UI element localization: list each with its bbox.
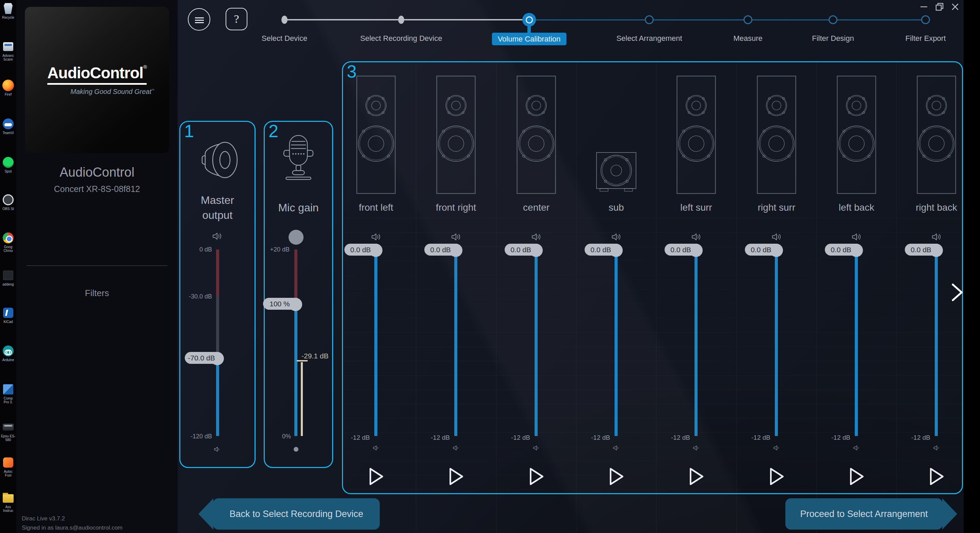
channel-fader-track[interactable] [535,250,538,436]
play-test-tone-button[interactable] [769,467,785,486]
master-track-blue[interactable] [216,358,219,436]
step-label-filter-export[interactable]: Filter Export [868,34,964,43]
window-restore-button[interactable] [934,2,945,12]
channel-fader-handle[interactable]: 0.0 dB [585,244,622,256]
channel-fader-handle[interactable]: 0.0 dB [665,244,702,256]
play-test-tone-button[interactable] [849,467,865,486]
step-circle-volume-calibration[interactable] [522,13,536,27]
play-test-tone-button[interactable] [688,467,705,486]
desktop-icon-composer[interactable]: Comp Pro 3. [1,383,16,404]
tower-speaker-icon [917,76,956,194]
stepper-line-todo [535,19,926,21]
help-button[interactable]: ? [226,8,247,30]
speaker-quiet-icon[interactable] [213,446,221,453]
speaker-loud-icon[interactable] [451,233,462,241]
master-track-red[interactable] [216,250,219,296]
play-test-tone-button[interactable] [448,467,465,486]
channel-fader-handle[interactable]: 0.0 dB [344,244,382,256]
mic-track-blue[interactable] [294,304,298,436]
step-circle-measure[interactable] [743,15,752,24]
play-test-tone-button[interactable] [368,467,385,486]
desktop-icon-arduino[interactable]: Arduine [1,344,16,362]
window-minimize-button[interactable] [919,2,929,12]
speaker-loud-icon[interactable] [611,233,622,241]
step-label-select-arrangement[interactable]: Select Arrangement [592,34,707,43]
desktop-icon-scanner[interactable]: Advanc Scann [1,40,16,61]
step-circle-filter-export[interactable] [921,15,930,24]
channel-left-surr: left surr 0.0 dB -12 dB [656,61,737,494]
speaker-quiet-icon[interactable] [452,444,460,451]
desktop-icon-folder[interactable]: Ass Instruc [1,492,16,512]
subwoofer-speaker-icon [596,152,637,195]
channel-scale-min: -12 dB [337,434,370,441]
step-dot-select-device[interactable] [282,16,288,24]
channel-fader-track[interactable] [374,250,377,436]
desktop-icon-fusion[interactable]: Autoc Fusi [1,456,16,477]
mic-gain-handle[interactable]: 100 % [263,298,301,310]
tower-speaker-icon [676,76,716,194]
screen: Recycle Advanc Scann Firef TeamVi Spot O… [0,0,980,533]
channel-fader-track[interactable] [614,250,617,436]
channel-fader-track[interactable] [775,250,778,436]
speaker-loud-icon[interactable] [371,233,382,241]
desktop-icon-teamviewer[interactable]: TeamVi [1,118,16,135]
mic-track-red[interactable] [294,250,298,304]
channel-fader-handle[interactable]: 0.0 dB [905,244,942,256]
desktop-icon-epson[interactable]: Epsu ES-580 [1,421,16,442]
desktop-icon-kicad[interactable]: KiCad [1,306,16,324]
speaker-quiet-icon[interactable] [533,444,541,451]
speaker-loud-icon[interactable] [772,233,782,241]
window-close-button[interactable] [950,2,960,12]
master-volume-handle[interactable]: -70.0 dB [185,352,223,364]
desktop-icon-spotify[interactable]: Spot [1,156,16,173]
speaker-quiet-icon[interactable] [853,444,861,451]
master-track-gray[interactable] [216,296,219,358]
channel-front-left: front left 0.0 dB -12 dB [336,61,416,494]
channel-scale-min: -12 dB [498,434,530,441]
speaker-quiet-icon[interactable] [933,444,941,451]
brand-logo-card: AudioControl® Making Good Sound Great™ [25,7,169,153]
channel-fader-handle[interactable]: 0.0 dB [424,244,461,256]
desktop-icon-chrome[interactable]: Goog Chrou [1,231,16,253]
channel-fader-track[interactable] [695,250,698,436]
desktop-icon-firefox[interactable]: Firef [1,79,16,96]
channel-name: front right [416,202,496,213]
speaker-quiet-icon[interactable] [372,444,380,451]
mic-scale-plus20: +20 dB [252,246,290,253]
play-test-tone-button[interactable] [528,467,545,486]
speaker-loud-icon[interactable] [531,233,542,241]
speaker-quiet-icon[interactable] [773,444,781,451]
play-test-tone-button[interactable] [608,467,625,486]
speaker-quiet-icon[interactable] [612,444,620,451]
channel-fader-track[interactable] [454,250,457,436]
speaker-loud-icon[interactable] [212,232,223,240]
hamburger-icon [195,18,204,18]
back-button[interactable]: Back to Select Recording Device [213,498,380,530]
step-dot-select-recording-device[interactable] [398,16,404,24]
channel-fader-track[interactable] [935,250,938,436]
mic-gain-title: Mic gain [264,200,333,215]
app-version: Dirac Live v3.7.2 [22,514,123,523]
channel-fader-handle[interactable]: 0.0 dB [825,244,862,256]
channel-fader-track[interactable] [855,250,858,436]
hamburger-menu-button[interactable] [188,8,210,31]
step-circle-filter-design[interactable] [829,15,837,24]
speaker-quiet-icon[interactable] [692,444,701,451]
step-circle-select-arrangement[interactable] [645,15,654,24]
step-label-select-device[interactable]: Select Device [227,34,342,43]
channel-fader-handle[interactable]: 0.0 dB [745,244,782,256]
desktop-icon-obs[interactable]: OBS St [1,193,16,211]
proceed-button[interactable]: Proceed to Select Arrangement [785,498,943,530]
desktop-icon-addeng[interactable]: addeng [1,269,16,286]
step-label-volume-calibration[interactable]: Volume Calibration [492,33,566,45]
step-label-select-recording-device[interactable]: Select Recording Device [343,34,459,43]
filters-section-label[interactable]: Filters [16,288,178,299]
mic-knob[interactable] [288,230,304,245]
desktop-icon-recycle-bin[interactable]: Recycle [1,2,16,19]
channel-fader-handle[interactable]: 0.0 dB [504,244,542,256]
speaker-loud-icon[interactable] [851,233,862,241]
speaker-loud-icon[interactable] [931,233,942,241]
scroll-channels-right-button[interactable] [950,283,964,302]
play-test-tone-button[interactable] [929,467,945,486]
speaker-loud-icon[interactable] [691,233,702,241]
